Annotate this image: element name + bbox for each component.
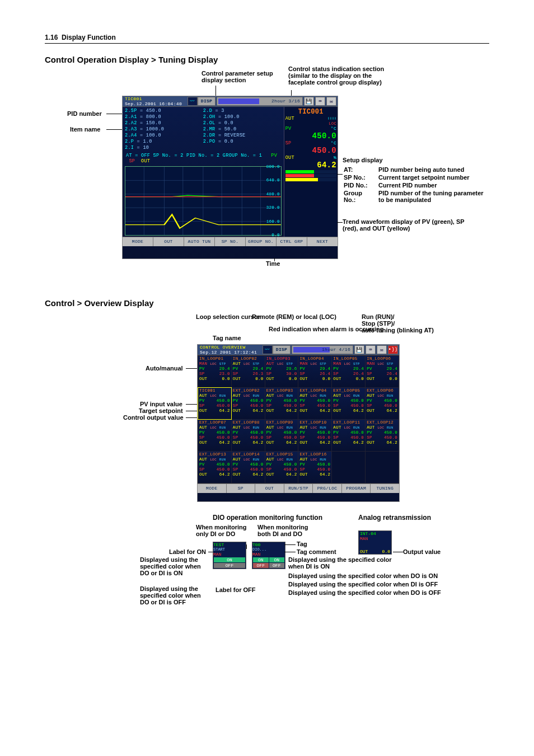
callout-do-off: Displayed using the specified color when… (288, 589, 490, 596)
overview-screen: CONTROL OVERVIEW Sep.12 2001 17:12:41 〰 … (197, 344, 400, 502)
section-number: 1.16 (45, 34, 58, 41)
loop-cell[interactable]: EXT_LOOP12AUT LOC RUNPV450.0SP450.0OUT64… (366, 420, 399, 451)
dio-box-both: T00 DIO... MAN ONON OFFOFF (252, 542, 285, 569)
loop-cell[interactable]: EXT_LOOP08AUT LOC RUNPV450.0SP450.0OUT64… (232, 420, 265, 451)
titlebar: TIC001 Sep.12.2001 16:04:40 〰 DISP 2hour… (123, 96, 338, 107)
loop-cell[interactable]: EXT_LOOP15AUT LOC RUNPV450.0SP450.0OUT64… (265, 452, 298, 483)
softkey[interactable]: AUTO TUN (184, 237, 215, 246)
loop-cell[interactable]: EXT_LOOP03AUT LOC RUNPV450.0SP450.0OUT64… (265, 388, 298, 419)
callout-tag-name: Tag name (213, 335, 241, 341)
setup-table: AT:PID number being auto tuned SP No.:Cu… (343, 165, 489, 204)
trend-icon[interactable]: 〰 (263, 345, 273, 354)
dio-box-single: TEST START MAN ON OFF (213, 542, 246, 569)
disk-icon[interactable]: 💾 (304, 97, 314, 106)
loop-cell[interactable]: IN_LOOP01MAN LOC STPPV29.4SP23.0OUT0.0 (198, 356, 231, 387)
loop-cell[interactable]: IN_LOOP03AUT LOC STPPV29.6SP30.0OUT0.0 (265, 356, 298, 387)
loop-cell[interactable]: EXT_LOOP13AUT LOC RUNPV450.0SP450.0OUT64… (198, 452, 231, 483)
callout-cout: Control output value (123, 414, 184, 421)
face-tag: TIC001 (285, 108, 336, 116)
callout-trend: Trend waveform display of PV (green), SP… (343, 218, 471, 232)
callout-pv-value: PV input value (140, 401, 182, 407)
dio-heading: DIO operation monitoring function (213, 514, 322, 522)
mail-icon[interactable]: ✉ (377, 345, 387, 354)
status-line: AT = OFF SP No. = 2 PID No. = 2 GROUP No… (123, 152, 284, 165)
progress-bar: 1hour 4/16 (292, 345, 353, 354)
loop-cell[interactable]: IN_LOOP02AUT LOC STPPV29.4SP26.3OUT0.0 (232, 356, 265, 387)
disp-button[interactable]: DISP (273, 345, 291, 354)
loop-cell[interactable]: EXT_LOOP06AUT LOC RUNPV450.0SP450.0OUT64… (366, 388, 399, 419)
loop-cell[interactable]: EXT_LOOP07AUT LOC RUNPV450.0SP450.0OUT64… (198, 420, 231, 451)
alarm-icon[interactable]: •)) (388, 345, 398, 354)
tuning-screen: TIC001 Sep.12.2001 16:04:40 〰 DISP 2hour… (122, 96, 338, 259)
callout-disp-on: Displayed using the specified color when… (140, 556, 207, 576)
softkey[interactable]: TUNING (371, 484, 399, 493)
callout-time: Time (266, 260, 280, 267)
progress-bar: 2hour 3/16 (217, 97, 303, 106)
softkey[interactable]: PRG/LOC (313, 484, 342, 493)
softkey[interactable]: RUN/STP (284, 484, 313, 493)
callout-label-on: Label for ON (169, 548, 206, 555)
title-tag: TIC001 (125, 96, 142, 101)
callout-ctrl-param: Control parameter setup display section (202, 70, 285, 83)
callout-disp-off: Displayed using the specified color when… (140, 585, 207, 605)
disk-icon[interactable]: 💾 (354, 345, 364, 354)
loop-cell[interactable]: IN_LOOP05MAN LOC STPPV29.4SP26.4OUT0.0 (332, 356, 365, 387)
callout-item-name: Item name (70, 126, 100, 133)
loop-cell[interactable]: EXT_LOOP10AUT LOC RUNPV450.0SP450.0OUT64… (298, 420, 331, 451)
callout-output-value: Output value (403, 548, 441, 555)
callout-di-off: Displayed using the specified color when… (288, 581, 490, 588)
loop-cell[interactable]: EXT_LOOP11AUT LOC RUNPV450.0SP450.0OUT64… (332, 420, 365, 451)
title-date: Sep.12.2001 16:04:40 (125, 101, 182, 106)
softkey[interactable]: GROUP NO. (246, 237, 277, 246)
key-icon[interactable]: ⌨ (366, 345, 376, 354)
callout-setup-display: Setup display (343, 157, 383, 163)
callout-rem-loc: Remote (REM) or local (LOC) (252, 313, 336, 320)
callout-label-off: Label for OFF (216, 586, 256, 593)
softkey[interactable]: SP NO. (215, 237, 246, 246)
softkey[interactable]: SP (227, 484, 256, 493)
softkey[interactable]: OUT (255, 484, 284, 493)
callout-auto-manual: Auto/manual (146, 365, 183, 372)
softkey[interactable]: PROGRAM (342, 484, 371, 493)
heading-tuning: Control Operation Display > Tuning Displ… (45, 55, 489, 64)
softkey[interactable]: MODE (123, 237, 153, 246)
callout-di-on: Displayed using the specified color when… (288, 556, 400, 570)
retrans-heading: Analog retransmission (358, 514, 431, 522)
overview-grid: IN_LOOP01MAN LOC STPPV29.4SP23.0OUT0.0IN… (198, 355, 399, 483)
callout-tag: Tag (297, 541, 307, 547)
softkeys[interactable]: MODEOUTAUTO TUNSP NO.GROUP NO.CTRL GRPNE… (123, 237, 338, 246)
loop-cell[interactable] (332, 452, 365, 483)
loop-cell[interactable] (366, 452, 399, 483)
loop-cell[interactable]: EXT_LOOP02AUT LOC RUNPV450.0SP450.0OUT64… (232, 388, 265, 419)
loop-cell[interactable]: EXT_LOOP16AUT LOC RUNPV450.0SP450.0OUT64… (298, 452, 331, 483)
disp-button[interactable]: DISP (198, 97, 216, 106)
callout-when-di-do: When monitoring only DI or DO (196, 524, 257, 537)
callout-loop-cursor: Loop selection cursor (196, 313, 260, 320)
trend-icon[interactable]: 〰 (188, 97, 198, 106)
loop-cell[interactable]: IN_LOOP06MAN LOC STPPV29.4SP26.4OUT0.0 (366, 356, 399, 387)
softkeys[interactable]: MODESPOUTRUN/STPPRG/LOCPROGRAMTUNING (198, 483, 399, 493)
key-icon[interactable]: ⌨ (315, 97, 325, 106)
loop-cell[interactable]: EXT_LOOP09AUT LOC RUNPV450.0SP450.0OUT64… (265, 420, 298, 451)
loop-cell[interactable]: EXT_LOOP05AUT LOC RUNPV450.0SP450.0OUT64… (332, 388, 365, 419)
callout-pid-number: PID number (67, 110, 102, 117)
softkey[interactable]: MODE (198, 484, 227, 493)
callout-tag-comment: Tag comment (297, 548, 336, 555)
callout-target-sp: Target setpoint (139, 407, 183, 414)
softkey[interactable]: OUT (153, 237, 184, 246)
loop-cell[interactable]: IN_LOOP04MAN LOC STPPV29.4SP26.4OUT0.0 (298, 356, 331, 387)
callout-do-on: Displayed using the specified color when… (288, 572, 490, 579)
retrans-box: INT-04 MAN OUT0.0 (358, 530, 392, 555)
loop-cell[interactable]: EXT_LOOP14AUT LOC RUNPV450.0SP450.0OUT64… (232, 452, 265, 483)
faceplate: TIC001 AUT▯▯▯▯ LOC PV°C 450.0 SP°C 450.0… (284, 107, 338, 237)
trend-chart: 800.0640.0480.0320.0160.00.0 (125, 166, 282, 236)
param-table: 2.SP = 450.02.D = 32.A1 = 800.02.OH = 10… (123, 107, 284, 152)
callout-ctrl-status: Control status indication section (simil… (288, 65, 411, 86)
softkey[interactable]: NEXT (307, 237, 338, 246)
callout-run-stp: Run (RUN)/ Stop (STP)/ auto tuning (blin… (362, 313, 434, 334)
callout-when-both: When monitoring both DI and DO (257, 524, 319, 537)
loop-cell[interactable]: EXT_LOOP04AUT LOC RUNPV450.0SP450.0OUT64… (298, 388, 331, 419)
mail-icon[interactable]: ✉ (326, 97, 336, 106)
loop-cell[interactable]: TIC001AUT LOC RUNPV450.0SP450.0OUT64.2 (198, 388, 231, 419)
softkey[interactable]: CTRL GRP (277, 237, 307, 246)
